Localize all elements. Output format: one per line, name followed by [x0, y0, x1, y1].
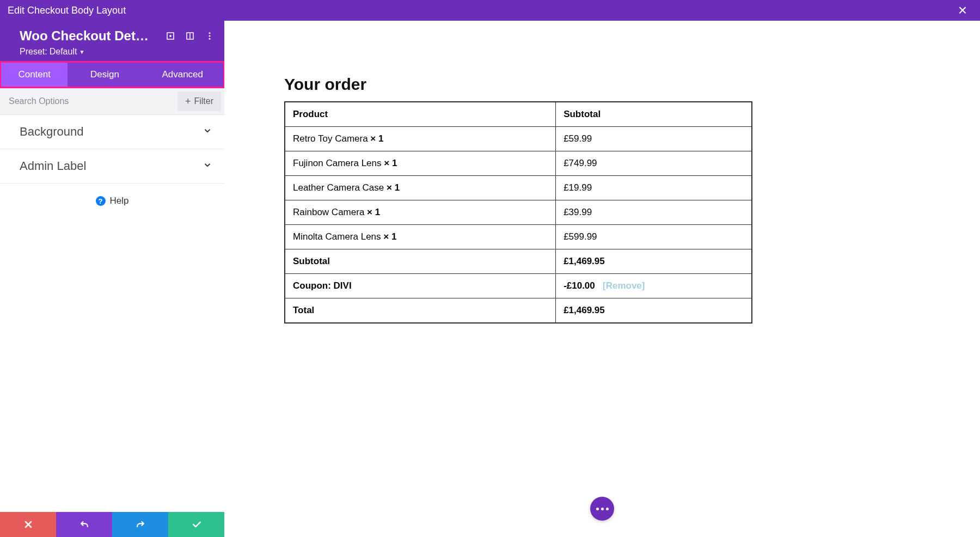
product-qty: × 1 — [387, 182, 400, 193]
app-body: Woo Checkout Details Setti… Preset: Defa… — [0, 21, 980, 537]
panel-header: Woo Checkout Details Setti… Preset: Defa… — [0, 21, 224, 61]
tab-design[interactable]: Design — [68, 63, 142, 87]
product-name: Minolta Camera Lens — [293, 231, 383, 242]
product-cell: Leather Camera Case × 1 — [285, 176, 556, 200]
undo-button[interactable] — [56, 512, 112, 537]
product-name: Leather Camera Case — [293, 182, 387, 193]
product-cell: Retro Toy Camera × 1 — [285, 127, 556, 151]
total-label: Total — [285, 298, 556, 324]
preset-selector[interactable]: Preset: Default ▼ — [20, 47, 84, 57]
order-block: Your order Product Subtotal Retro Toy Ca… — [284, 75, 752, 324]
th-product: Product — [285, 102, 556, 127]
table-row: Fujinon Camera Lens × 1£749.99 — [285, 151, 752, 176]
order-title: Your order — [284, 75, 752, 94]
order-table: Product Subtotal Retro Toy Camera × 1£59… — [284, 101, 752, 324]
svg-point-1 — [170, 35, 171, 36]
product-qty: × 1 — [367, 207, 380, 217]
product-qty: × 1 — [383, 231, 396, 242]
titlebar-label: Edit Checkout Body Layout — [8, 5, 126, 16]
save-button[interactable] — [168, 512, 224, 537]
subtotal-value: £1,469.95 — [556, 249, 752, 274]
coupon-label: Coupon: DIVI — [285, 274, 556, 298]
settings-sidebar: Woo Checkout Details Setti… Preset: Defa… — [0, 21, 224, 537]
product-cell: Fujinon Camera Lens × 1 — [285, 151, 556, 176]
expand-icon[interactable] — [166, 30, 175, 42]
product-name: Rainbow Camera — [293, 207, 367, 217]
help-row[interactable]: ? Help — [0, 184, 224, 218]
titlebar: Edit Checkout Body Layout × — [0, 0, 980, 21]
table-row: Minolta Camera Lens × 1£599.99 — [285, 225, 752, 249]
product-price: £59.99 — [556, 127, 752, 151]
svg-point-6 — [209, 38, 211, 40]
tabs-highlight: Content Design Advanced — [0, 61, 225, 88]
coupon-value: -£10.00 — [564, 280, 595, 291]
preset-value: Default — [50, 47, 77, 57]
filter-label: Filter — [194, 96, 213, 106]
product-cell: Minolta Camera Lens × 1 — [285, 225, 556, 249]
product-qty: × 1 — [384, 158, 397, 168]
fab-more-button[interactable] — [590, 497, 614, 521]
accordion-label: Background — [20, 125, 83, 139]
preview-canvas: Your order Product Subtotal Retro Toy Ca… — [224, 21, 980, 537]
product-price: £19.99 — [556, 176, 752, 200]
filter-button[interactable]: + Filter — [177, 91, 221, 111]
bottom-bar — [0, 512, 224, 537]
search-input[interactable] — [0, 89, 177, 114]
svg-point-4 — [209, 32, 211, 34]
close-icon[interactable]: × — [958, 3, 972, 18]
table-row: Leather Camera Case × 1£19.99 — [285, 176, 752, 200]
remove-coupon-link[interactable]: [Remove] — [603, 280, 645, 291]
product-price: £749.99 — [556, 151, 752, 176]
subtotal-label: Subtotal — [285, 249, 556, 274]
help-icon: ? — [96, 196, 106, 206]
more-icon[interactable] — [205, 30, 215, 42]
th-subtotal: Subtotal — [556, 102, 752, 127]
cancel-button[interactable] — [0, 512, 56, 537]
caret-down-icon: ▼ — [79, 49, 84, 55]
product-name: Fujinon Camera Lens — [293, 158, 384, 168]
product-price: £599.99 — [556, 225, 752, 249]
dots-icon — [596, 508, 609, 510]
coupon-cell: -£10.00 [Remove] — [556, 274, 752, 298]
preset-prefix: Preset: — [20, 47, 47, 57]
product-qty: × 1 — [370, 133, 383, 144]
help-label: Help — [110, 196, 129, 206]
accordion-background[interactable]: Background — [0, 115, 224, 149]
chevron-down-icon — [203, 160, 212, 172]
table-row: Rainbow Camera × 1£39.99 — [285, 200, 752, 225]
tabs: Content Design Advanced — [1, 63, 223, 87]
table-row: Retro Toy Camera × 1£59.99 — [285, 127, 752, 151]
total-value: £1,469.95 — [556, 298, 752, 324]
product-cell: Rainbow Camera × 1 — [285, 200, 556, 225]
plus-icon: + — [185, 96, 191, 106]
product-price: £39.99 — [556, 200, 752, 225]
responsive-icon[interactable] — [185, 30, 195, 42]
tab-content[interactable]: Content — [1, 63, 68, 87]
product-name: Retro Toy Camera — [293, 133, 370, 144]
tab-advanced[interactable]: Advanced — [142, 63, 223, 87]
svg-point-5 — [209, 35, 211, 37]
accordion-admin-label[interactable]: Admin Label — [0, 149, 224, 184]
search-row: + Filter — [0, 88, 224, 115]
panel-title: Woo Checkout Details Setti… — [20, 28, 156, 44]
accordion-label: Admin Label — [20, 159, 86, 173]
chevron-down-icon — [203, 126, 212, 138]
redo-button[interactable] — [112, 512, 168, 537]
